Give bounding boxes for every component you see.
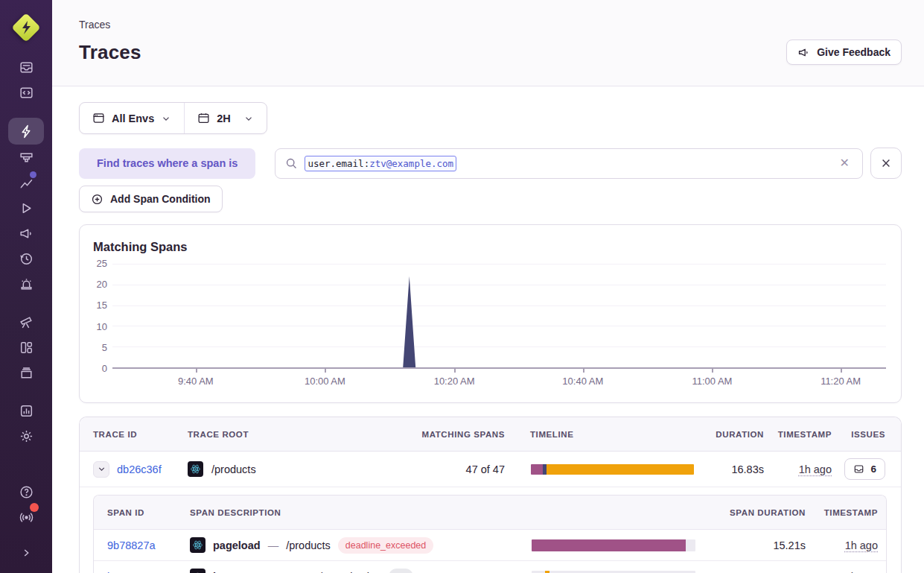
- sidebar-item-crons[interactable]: [8, 360, 44, 385]
- search-token-value: ztv@example.com: [369, 157, 453, 170]
- col-span-timestamp: TIMESTAMP: [806, 508, 878, 517]
- server-platform-icon: [190, 569, 205, 573]
- span-id-link[interactable]: b7a7e441: [107, 571, 156, 573]
- sidebar-item-metrics[interactable]: [8, 170, 44, 195]
- trace-timeline-bar: [531, 464, 694, 475]
- window-icon: [92, 112, 105, 124]
- sidebar-item-replays[interactable]: [8, 195, 44, 221]
- span-timestamp: 1h ago: [806, 539, 878, 551]
- matching-spans-chart-panel: Matching Spans 2520151050 9:40 AM10:00 A…: [79, 224, 902, 403]
- span-duration: 15.21s: [695, 539, 806, 551]
- sidebar-item-discover[interactable]: [8, 309, 44, 335]
- issues-count: 6: [870, 463, 876, 475]
- broadcast-icon: [19, 510, 34, 525]
- page-title: Traces: [79, 41, 141, 64]
- span-description: /products: [286, 539, 331, 551]
- trace-table: TRACE ID TRACE ROOT MATCHING SPANS TIMEL…: [79, 417, 902, 573]
- sidebar-item-whats-new[interactable]: [8, 504, 44, 530]
- projects-icon: [19, 85, 34, 101]
- sidebar-item-issues[interactable]: [8, 54, 44, 80]
- trace-row[interactable]: db26c36f /products 47 of 47 16.83s 1h ag…: [80, 452, 901, 487]
- col-span-description: SPAN DESCRIPTION: [190, 508, 532, 517]
- separator: —: [268, 539, 279, 551]
- close-icon: [880, 157, 892, 169]
- date-range-filter[interactable]: 2H: [185, 103, 267, 133]
- sidebar-item-profiling[interactable]: [8, 145, 44, 170]
- add-span-condition-button[interactable]: Add Span Condition: [79, 186, 223, 212]
- calendar-icon: [197, 112, 210, 124]
- col-issues: ISSUES: [832, 430, 885, 439]
- lightning-bolt-icon: [19, 124, 34, 139]
- chart-title: Matching Spans: [93, 240, 188, 254]
- issues-icon: [853, 463, 864, 475]
- page-header: Traces Traces Give Feedback: [52, 0, 924, 86]
- status-badge: ok: [389, 569, 413, 573]
- issues-badge[interactable]: 6: [844, 458, 885, 480]
- span-table-header: SPAN ID SPAN DESCRIPTION SPAN DURATION T…: [94, 496, 886, 530]
- org-avatar[interactable]: [13, 14, 39, 41]
- span-row[interactable]: 9b78827a pageload — /products deadline_e…: [94, 530, 886, 561]
- siren-icon: [19, 276, 34, 292]
- react-platform-icon: [190, 537, 205, 553]
- span-description: GET /organization: [294, 571, 381, 573]
- chevron-down-icon: [161, 113, 171, 124]
- environment-filter[interactable]: All Envs: [80, 103, 184, 133]
- span-timeline-bar: [532, 539, 695, 551]
- span-id-link[interactable]: 9b78827a: [107, 539, 156, 551]
- circled-plus-icon: [91, 193, 103, 206]
- matching-spans-count: 47 of 47: [415, 463, 505, 475]
- status-badge: deadline_exceeded: [338, 537, 433, 554]
- date-range-filter-label: 2H: [217, 113, 231, 124]
- issues-icon: [19, 60, 34, 75]
- trace-root-label: /products: [211, 463, 256, 475]
- app-window: Traces Traces Give Feedback All Envs: [0, 0, 924, 573]
- main-area: Traces Traces Give Feedback All Envs: [52, 0, 924, 573]
- chevron-down-icon: [97, 464, 106, 474]
- search-token[interactable]: user.email:ztv@example.com: [305, 156, 456, 171]
- clear-search-icon[interactable]: ✕: [837, 154, 853, 172]
- col-trace-id: TRACE ID: [93, 430, 188, 439]
- sidebar-item-alerts[interactable]: [8, 271, 44, 297]
- trace-id-link[interactable]: db26c36f: [117, 463, 162, 475]
- sidebar-item-settings[interactable]: [8, 423, 44, 449]
- col-timestamp: TIMESTAMP: [764, 430, 832, 439]
- sidebar-item-feedback[interactable]: [8, 221, 44, 246]
- span-timeline-bar: [532, 571, 695, 573]
- span-op: http.server: [213, 571, 269, 573]
- sentry-logo-icon: [13, 14, 39, 41]
- remove-condition-button[interactable]: [870, 148, 902, 179]
- add-span-condition-label: Add Span Condition: [110, 193, 211, 205]
- chevron-down-icon: [243, 113, 254, 124]
- react-platform-icon: [188, 461, 203, 477]
- sidebar-item-dashboards[interactable]: [8, 335, 44, 360]
- sidebar-collapse-toggle[interactable]: [8, 540, 44, 566]
- sidebar: [0, 0, 52, 573]
- separator: —: [276, 571, 287, 573]
- profiling-icon: [19, 150, 34, 165]
- span-op: pageload: [213, 539, 261, 551]
- play-icon: [19, 200, 34, 216]
- sidebar-item-help[interactable]: [8, 479, 44, 504]
- help-icon: [19, 484, 34, 500]
- dashboards-icon: [19, 340, 34, 355]
- breadcrumb[interactable]: Traces: [79, 0, 902, 31]
- give-feedback-button[interactable]: Give Feedback: [786, 39, 902, 65]
- chart-x-axis: 9:40 AM10:00 AM10:20 AM10:40 AM11:00 AM1…: [112, 376, 886, 390]
- col-duration: DURATION: [698, 430, 764, 439]
- clock-history-icon: [19, 251, 34, 267]
- sidebar-item-projects[interactable]: [8, 80, 44, 105]
- sidebar-item-releases[interactable]: [8, 246, 44, 271]
- span-duration: 2.00ms: [695, 571, 806, 573]
- metrics-notification-dot: [30, 171, 36, 178]
- collapse-trace-button[interactable]: [93, 461, 109, 478]
- span-row[interactable]: b7a7e441 http.server — GET /organization…: [94, 561, 886, 573]
- trace-duration: 16.83s: [698, 463, 764, 475]
- give-feedback-label: Give Feedback: [817, 46, 890, 58]
- col-trace-root: TRACE ROOT: [188, 430, 415, 439]
- expanded-trace-region: SPAN ID SPAN DESCRIPTION SPAN DURATION T…: [80, 487, 901, 573]
- stacked-trays-icon: [19, 365, 34, 381]
- chart-plot-area[interactable]: [112, 264, 886, 369]
- sidebar-item-traces[interactable]: [8, 118, 44, 145]
- sidebar-item-stats[interactable]: [8, 398, 44, 423]
- span-search-input[interactable]: user.email:ztv@example.com ✕: [275, 148, 863, 179]
